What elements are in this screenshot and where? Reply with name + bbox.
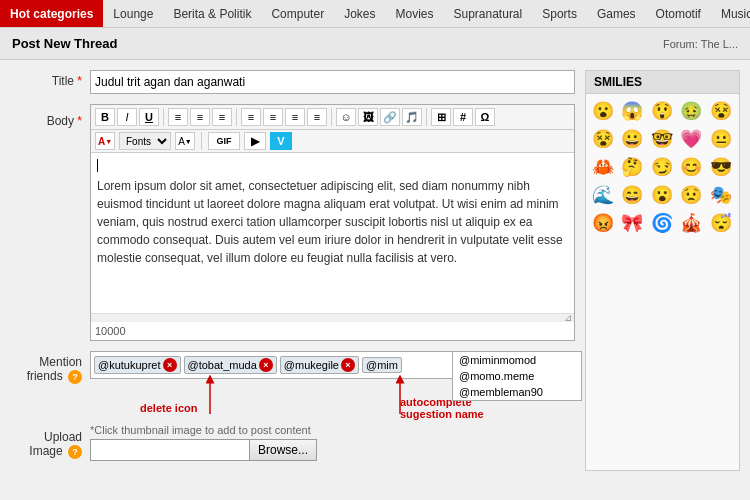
smiley-6[interactable]: 😀 — [619, 126, 645, 152]
nav-lounge[interactable]: Lounge — [103, 0, 163, 28]
editor-toolbar-row2: A▼ Fonts A▼ GIF ▶ V — [91, 130, 574, 153]
smiley-23[interactable]: 🎪 — [678, 210, 704, 236]
smilies-grid-inner: 😮😱😲🤢😵😵😀🤓💗😐🦀🤔😏😊😎🌊😄😮😟🎭😡🎀🌀🎪😴 — [586, 94, 739, 240]
mention-delete-2[interactable]: × — [341, 358, 355, 372]
mention-delete-1[interactable]: × — [259, 358, 273, 372]
nav-jokes[interactable]: Jokes — [334, 0, 385, 28]
autocomplete-item-2[interactable]: @membleman90 — [453, 384, 581, 400]
nav-sports[interactable]: Sports — [532, 0, 587, 28]
list2-button[interactable]: ≡ — [263, 108, 283, 126]
mention-tag-text-2: @mukegile — [284, 359, 339, 371]
mention-tag-text-0: @kutukupret — [98, 359, 161, 371]
smiley-21[interactable]: 🎀 — [619, 210, 645, 236]
editor-content: Lorem ipsum dolor sit amet, consectetuer… — [97, 177, 568, 267]
table-button[interactable]: ⊞ — [431, 108, 451, 126]
emoji-button[interactable]: ☺ — [336, 108, 356, 126]
editor-body[interactable]: Lorem ipsum dolor sit amet, consectetuer… — [91, 153, 574, 313]
mention-help-icon[interactable]: ? — [68, 370, 82, 384]
smiley-15[interactable]: 🌊 — [590, 182, 616, 208]
sep2 — [236, 108, 237, 126]
mention-tag-2[interactable]: @mukegile × — [280, 356, 359, 374]
post-header-title: Post New Thread — [12, 36, 117, 51]
nav-bar: Hot categories Lounge Berita & Politik C… — [0, 0, 750, 28]
sep3 — [331, 108, 332, 126]
italic-button[interactable]: I — [117, 108, 137, 126]
smiley-11[interactable]: 🤔 — [619, 154, 645, 180]
smiley-2[interactable]: 😲 — [649, 98, 675, 124]
mention-label: Mention friends ? — [10, 351, 90, 384]
upload-row: Upload Image ? *Click thumbnail image to… — [10, 424, 575, 461]
upload-help-icon[interactable]: ? — [68, 445, 82, 459]
mention-wrapper: Mention friends ? @kutukupret × @tobat_m… — [10, 351, 575, 384]
smiley-16[interactable]: 😄 — [619, 182, 645, 208]
indent-button[interactable]: ≡ — [285, 108, 305, 126]
smilies-grid: 😮😱😲🤢😵😵😀🤓💗😐🦀🤔😏😊😎🌊😄😮😟🎭😡🎀🌀🎪😴 — [586, 94, 739, 240]
nav-computer[interactable]: Computer — [261, 0, 334, 28]
autocomplete-item-1[interactable]: @momo.meme — [453, 368, 581, 384]
smiley-19[interactable]: 🎭 — [708, 182, 734, 208]
smiley-3[interactable]: 🤢 — [678, 98, 704, 124]
smiley-14[interactable]: 😎 — [708, 154, 734, 180]
autocomplete-item-0[interactable]: @miminmomod — [453, 352, 581, 368]
nav-hot-categories[interactable]: Hot categories — [0, 0, 103, 28]
editor-toolbar-row1: B I U ≡ ≡ ≡ ≡ ≡ ≡ ≡ ☺ 🖼 🔗 🎵 — [91, 105, 574, 130]
title-input[interactable] — [90, 70, 575, 94]
font-size-button[interactable]: A▼ — [175, 132, 195, 150]
smiley-8[interactable]: 💗 — [678, 126, 704, 152]
align-left-button[interactable]: ≡ — [168, 108, 188, 126]
editor-cursor — [97, 159, 98, 172]
editor-container: B I U ≡ ≡ ≡ ≡ ≡ ≡ ≡ ☺ 🖼 🔗 🎵 — [90, 104, 575, 341]
smiley-9[interactable]: 😐 — [708, 126, 734, 152]
smiley-22[interactable]: 🌀 — [649, 210, 675, 236]
text-color-button[interactable]: A▼ — [95, 132, 115, 150]
nav-supranatural[interactable]: Supranatural — [444, 0, 533, 28]
smiley-17[interactable]: 😮 — [649, 182, 675, 208]
smiley-18[interactable]: 😟 — [678, 182, 704, 208]
nav-games[interactable]: Games — [587, 0, 646, 28]
smiley-0[interactable]: 😮 — [590, 98, 616, 124]
forum-info: Forum: The L... — [663, 38, 738, 50]
align-center-button[interactable]: ≡ — [190, 108, 210, 126]
body-row: Body * B I U ≡ ≡ ≡ ≡ ≡ ≡ ≡ — [10, 104, 575, 341]
upload-hint: *Click thumbnail image to add to post co… — [90, 424, 575, 436]
smiley-5[interactable]: 😵 — [590, 126, 616, 152]
editor-resize-handle[interactable]: ⊿ — [91, 313, 574, 321]
body-label: Body * — [10, 110, 90, 128]
font-select[interactable]: Fonts — [119, 132, 171, 150]
smiley-1[interactable]: 😱 — [619, 98, 645, 124]
link-button[interactable]: 🔗 — [380, 108, 400, 126]
browse-button[interactable]: Browse... — [250, 439, 317, 461]
smiley-13[interactable]: 😊 — [678, 154, 704, 180]
smiley-24[interactable]: 😴 — [708, 210, 734, 236]
underline-button[interactable]: U — [139, 108, 159, 126]
list-button[interactable]: ≡ — [241, 108, 261, 126]
sep1 — [163, 108, 164, 126]
youtube-button[interactable]: ▶ — [244, 132, 266, 150]
media-button[interactable]: 🎵 — [402, 108, 422, 126]
post-header-bar: Post New Thread Forum: The L... — [0, 28, 750, 60]
sep5 — [201, 132, 202, 150]
nav-otomotif[interactable]: Otomotif — [646, 0, 711, 28]
image-button[interactable]: 🖼 — [358, 108, 378, 126]
smiley-20[interactable]: 😡 — [590, 210, 616, 236]
vimeo-button[interactable]: V — [270, 132, 292, 150]
nav-movies[interactable]: Movies — [385, 0, 443, 28]
resize-icon: ⊿ — [564, 312, 572, 323]
hash-button[interactable]: # — [453, 108, 473, 126]
delete-annotation-label: delete icon — [140, 402, 197, 414]
smiley-10[interactable]: 🦀 — [590, 154, 616, 180]
nav-berita[interactable]: Berita & Politik — [163, 0, 261, 28]
bold-button[interactable]: B — [95, 108, 115, 126]
file-path-input[interactable] — [90, 439, 250, 461]
smiley-4[interactable]: 😵 — [708, 98, 734, 124]
gif-button[interactable]: GIF — [208, 132, 240, 150]
outdent-button[interactable]: ≡ — [307, 108, 327, 126]
smiley-7[interactable]: 🤓 — [649, 126, 675, 152]
smiley-12[interactable]: 😏 — [649, 154, 675, 180]
special-button[interactable]: Ω — [475, 108, 495, 126]
align-right-button[interactable]: ≡ — [212, 108, 232, 126]
char-count: 10000 — [91, 321, 574, 340]
mention-tag-0[interactable]: @kutukupret × — [94, 356, 181, 374]
title-required: * — [77, 74, 82, 88]
nav-music[interactable]: Music — [711, 0, 750, 28]
